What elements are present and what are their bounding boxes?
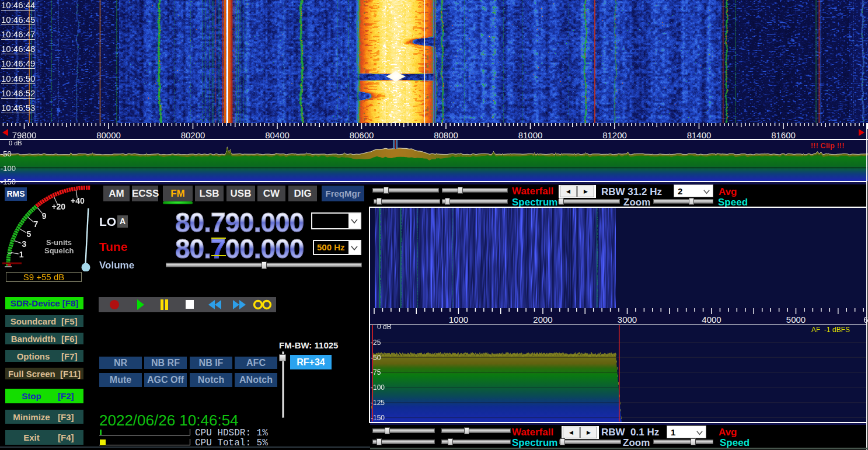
svg-text:9: 9 xyxy=(42,211,47,221)
svg-text:3: 3 xyxy=(22,239,27,249)
svg-text:7: 7 xyxy=(34,219,39,229)
svg-text:+20: +20 xyxy=(51,202,65,211)
svg-text:+40: +40 xyxy=(71,196,85,205)
svg-text:Squelch: Squelch xyxy=(44,246,74,255)
svg-text:5: 5 xyxy=(27,229,32,239)
svg-text:1: 1 xyxy=(19,250,24,259)
svg-text:S-units: S-units xyxy=(46,238,72,247)
